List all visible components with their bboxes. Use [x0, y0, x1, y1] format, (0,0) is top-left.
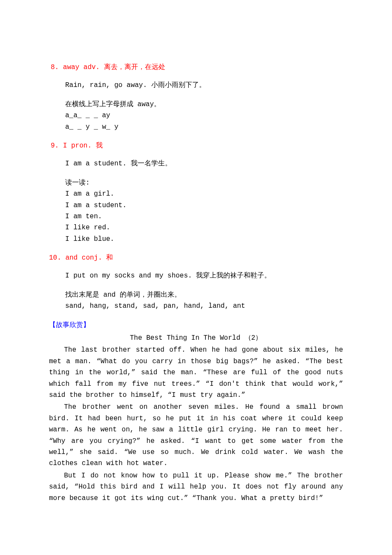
q10-example: I put on my socks and my shoes. 我穿上我的袜子和… [65, 270, 343, 281]
q8-blank-line-1: a_a_ _ _ ay [65, 110, 343, 121]
q10-words: sand, hang, stand, sad, pan, hand, land,… [65, 301, 343, 312]
q9-read-1: I am a girl. [65, 188, 343, 199]
q9-read-2: I am a student. [65, 200, 343, 211]
story-paragraph-3: But I do not know how to pull it up. Ple… [49, 470, 343, 504]
q9-read-4: I like red. [65, 222, 343, 233]
q9-example: I am a student. 我一名学生。 [65, 158, 343, 169]
q9-read-3: I am ten. [65, 211, 343, 222]
q9-read-5: I like blue. [65, 234, 343, 245]
q10-heading: 10. and conj. 和 [49, 252, 343, 263]
q9-heading: 9. I pron. 我 [51, 140, 343, 151]
story-title: The Best Thing In The World （2） [49, 332, 343, 344]
q8-heading: 8. away adv. 离去，离开，在远处 [51, 62, 343, 73]
story-paragraph-2: The brother went on another seven miles.… [49, 402, 343, 469]
q8-example: Rain, rain, go away. 小雨小雨别下了。 [65, 80, 343, 91]
story-paragraph-1: The last brother started off. When he ha… [49, 344, 343, 401]
q10-instruction: 找出末尾是 and 的单词，并圈出来。 [65, 289, 343, 301]
q8-blank-line-2: a_ _ y _ w_ y [65, 121, 343, 133]
story-section-title: 【故事欣赏】 [49, 320, 343, 331]
q8-instruction: 在横线上写上字母拼成 away。 [65, 99, 343, 110]
q9-instruction: 读一读: [65, 177, 343, 188]
